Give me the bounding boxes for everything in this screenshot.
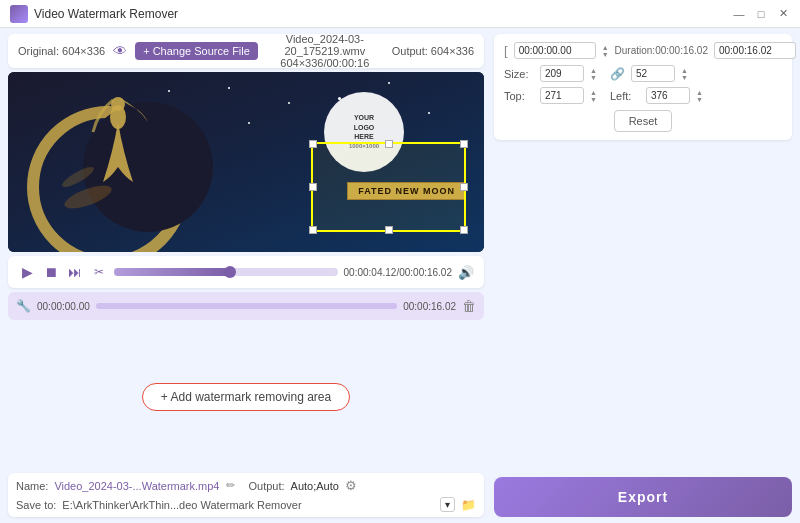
output-label: Output: 604×336 [392,45,474,57]
timeline-end: 00:00:16.02 [403,301,456,312]
folder-icon[interactable]: 📁 [461,498,476,512]
bottom-bar: Name: Video_2024-03-...Watermark.mp4 ✏ O… [8,473,484,517]
name-row: Name: Video_2024-03-...Watermark.mp4 ✏ O… [16,478,476,493]
star [228,87,230,89]
size-height-input[interactable] [631,65,675,82]
spin-down[interactable]: ▼ [602,51,609,58]
left-panel: Original: 604×336 👁 + Change Source File… [0,28,490,523]
play-button[interactable]: ▶ [18,264,36,280]
clip-button[interactable]: ✂ [90,265,108,279]
window-controls: — □ ✕ [732,7,790,21]
time-range-box: [ ▲ ▼ Duration:00:00:16.02 ▲ ▼ ] Size: [494,34,792,140]
right-panel: [ ▲ ▼ Duration:00:00:16.02 ▲ ▼ ] Size: [490,28,800,523]
sw-down[interactable]: ▼ [590,74,604,81]
time-start-input[interactable] [514,42,596,59]
resize-handle-bl[interactable] [309,226,317,234]
star [248,122,250,124]
add-area-wrap: + Add watermark removing area [8,324,484,469]
resize-handle-tc[interactable] [385,140,393,148]
app-logo [10,5,28,23]
original-size-label: Original: 604×336 [18,45,105,57]
star [388,82,390,84]
top-spinner[interactable]: ▲ ▼ [590,89,604,103]
link-icon[interactable]: 🔗 [610,67,625,81]
reset-button[interactable]: Reset [614,110,673,132]
output-value: Auto;Auto [291,480,339,492]
export-button[interactable]: Export [494,477,792,517]
left-up[interactable]: ▲ [696,89,710,96]
resize-handle-mr[interactable] [460,183,468,191]
bracket-left: [ [504,43,508,58]
video-background: YOURLOGOHERE1000×1000 FATED NEW MOON [8,72,484,252]
top-input[interactable] [540,87,584,104]
size-width-input[interactable] [540,65,584,82]
sh-up[interactable]: ▲ [681,67,695,74]
left-spinner[interactable]: ▲ ▼ [696,89,710,103]
video-preview: YOURLOGOHERE1000×1000 FATED NEW MOON [8,72,484,252]
sh-down[interactable]: ▼ [681,74,695,81]
timeline-bar[interactable] [96,303,397,309]
top-down[interactable]: ▼ [590,96,604,103]
output-text-label: Output: [249,480,285,492]
left-down[interactable]: ▼ [696,96,710,103]
name-label: Name: [16,480,48,492]
saveto-row: Save to: E:\ArkThinker\ArkThin...deo Wat… [16,497,476,512]
top-left-row: Top: ▲ ▼ Left: ▲ ▼ [504,87,782,104]
time-range-row: [ ▲ ▼ Duration:00:00:16.02 ▲ ▼ ] [504,42,782,59]
star [428,112,430,114]
main-container: Original: 604×336 👁 + Change Source File… [0,28,800,523]
settings-icon[interactable]: ⚙ [345,478,357,493]
edit-name-icon[interactable]: ✏ [226,479,235,492]
eye-icon[interactable]: 👁 [113,43,127,59]
resize-handle-ml[interactable] [309,183,317,191]
top-up[interactable]: ▲ [590,89,604,96]
browse-select-chevron: ▾ [445,499,450,510]
step-forward-button[interactable]: ⏭ [66,264,84,280]
save-path: E:\ArkThinker\ArkThin...deo Watermark Re… [62,499,434,511]
progress-bar[interactable] [114,268,338,276]
star [288,102,290,104]
top-label: Top: [504,90,534,102]
name-value: Video_2024-03-...Watermark.mp4 [54,480,219,492]
app-title: Video Watermark Remover [34,7,732,21]
add-watermark-area-button[interactable]: + Add watermark removing area [142,383,350,411]
timeline-start: 00:00:00.00 [37,301,90,312]
close-button[interactable]: ✕ [776,7,790,21]
size-w-spinner[interactable]: ▲ ▼ [590,67,604,81]
left-label: Left: [610,90,640,102]
left-input[interactable] [646,87,690,104]
resize-handle-tl[interactable] [309,140,317,148]
svg-point-5 [111,97,125,111]
browse-select[interactable]: ▾ [440,497,455,512]
resize-handle-br[interactable] [460,226,468,234]
progress-thumb[interactable] [224,266,236,278]
sw-up[interactable]: ▲ [590,67,604,74]
volume-icon[interactable]: 🔊 [458,265,474,280]
time-display: 00:00:04.12/00:00:16.02 [344,267,452,278]
playback-controls: ▶ ⏹ ⏭ ✂ 00:00:04.12/00:00:16.02 🔊 [8,256,484,288]
watermark-selection-box[interactable] [311,142,466,232]
resize-handle-bc[interactable] [385,226,393,234]
size-label: Size: [504,68,534,80]
file-info: Video_2024-03-20_175219.wmv 604×336/00:0… [266,33,384,69]
size-h-spinner[interactable]: ▲ ▼ [681,67,695,81]
timeline-row: 🔧 00:00:00.00 00:00:16.02 🗑 [8,292,484,320]
time-start-spinner[interactable]: ▲ ▼ [602,44,609,58]
duration-end-input[interactable] [714,42,796,59]
minimize-button[interactable]: — [732,7,746,21]
progress-fill [114,268,230,276]
saveto-label: Save to: [16,499,56,511]
title-bar: Video Watermark Remover — □ ✕ [0,0,800,28]
maximize-button[interactable]: □ [754,7,768,21]
resize-handle-tr[interactable] [460,140,468,148]
change-source-button[interactable]: + Change Source File [135,42,258,60]
wrench-icon: 🔧 [16,299,31,313]
stop-button[interactable]: ⏹ [42,264,60,280]
size-row: Size: ▲ ▼ 🔗 ▲ ▼ [504,65,782,82]
svg-point-1 [83,102,213,232]
moon-illustration [18,77,218,252]
spin-up[interactable]: ▲ [602,44,609,51]
duration-label: Duration:00:00:16.02 [615,45,708,56]
delete-timeline-button[interactable]: 🗑 [462,298,476,314]
toolbar: Original: 604×336 👁 + Change Source File… [8,34,484,68]
